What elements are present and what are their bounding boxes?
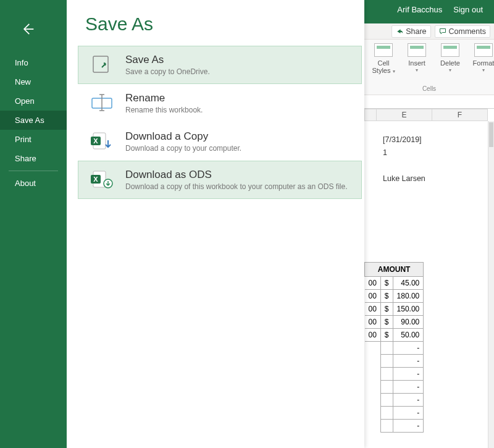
sidebar-item-save-as[interactable]: Save As — [0, 111, 67, 130]
col-header-f[interactable]: F — [432, 109, 488, 121]
table-row[interactable]: - — [365, 420, 424, 433]
insert-label: Insert — [408, 59, 425, 67]
table-row[interactable]: - — [365, 342, 424, 355]
dash-value: - — [393, 420, 424, 433]
table-row[interactable]: 00$45.00 — [365, 277, 424, 290]
amount-value: 150.00 — [393, 303, 424, 316]
format-icon — [474, 43, 493, 57]
amount-value: 45.00 — [393, 277, 424, 290]
backstage-nav: InfoNewOpenSave AsPrintShareAbout — [0, 53, 67, 193]
delete-icon — [441, 43, 459, 57]
comments-button[interactable]: Comments — [435, 25, 490, 38]
saveas-icon — [90, 54, 114, 75]
ribbon-cells-group: Cell Styles ▾ Insert ▾ Delete ▾ Format ▾ — [364, 40, 494, 95]
sidebar-divider — [9, 171, 58, 171]
table-row[interactable]: - — [365, 355, 424, 368]
row-hint: 00 — [365, 290, 381, 303]
sidebar-item-print[interactable]: Print — [0, 130, 67, 149]
option-desc: Download a copy to your computer. — [125, 144, 241, 153]
option-title: Download a Copy — [125, 130, 241, 143]
delete-button[interactable]: Delete ▾ — [437, 43, 463, 75]
row-hint: 00 — [365, 329, 381, 342]
scrollbar-thumb[interactable] — [489, 122, 493, 147]
table-row[interactable]: - — [365, 394, 424, 407]
cell-one[interactable]: 1 — [364, 147, 488, 160]
dash-value: - — [393, 368, 424, 381]
cell-styles-icon — [374, 43, 393, 57]
cell-date[interactable]: [7/31/2019] — [364, 134, 488, 147]
share-button[interactable]: Share — [391, 25, 430, 38]
row-hint: 00 — [365, 316, 381, 329]
option-download-as-ods[interactable]: XDownload as ODSDownload a copy of this … — [78, 161, 362, 199]
option-title: Save As — [125, 54, 210, 66]
comments-label: Comments — [449, 27, 486, 36]
titlebar-right: Arif Bacchus Sign out — [397, 0, 494, 19]
cell-name[interactable]: Luke Larsen — [364, 173, 488, 186]
currency-symbol: $ — [380, 329, 393, 342]
option-rename[interactable]: RenameRename this workbook. — [78, 84, 362, 122]
option-title: Rename — [125, 92, 203, 104]
format-button[interactable]: Format ▾ — [471, 43, 494, 75]
rename-icon — [90, 92, 114, 113]
option-save-as[interactable]: Save AsSave a copy to OneDrive. — [78, 46, 362, 84]
dash-value: - — [393, 342, 424, 355]
currency-symbol: $ — [380, 290, 393, 303]
table-row[interactable]: 00$90.00 — [365, 316, 424, 329]
excel-ods-icon: X — [90, 169, 114, 190]
comments-icon — [439, 28, 446, 35]
formula-bar[interactable] — [364, 95, 494, 109]
svg-text:X: X — [93, 137, 98, 145]
table-row[interactable]: - — [365, 368, 424, 381]
chevron-down-icon: ▾ — [416, 67, 418, 73]
empty-cell — [380, 394, 393, 407]
svg-text:X: X — [93, 175, 98, 183]
vertical-scrollbar[interactable] — [488, 121, 494, 448]
sidebar-item-share[interactable]: Share — [0, 149, 67, 168]
empty-cell — [380, 368, 393, 381]
sidebar-item-new[interactable]: New — [0, 72, 67, 91]
excel-down-icon: X — [90, 130, 114, 151]
sidebar-item-about[interactable]: About — [0, 174, 67, 193]
empty-cell — [380, 355, 393, 368]
col-header-gutter[interactable] — [364, 109, 377, 121]
column-headers: E F — [364, 109, 488, 121]
sign-out-link[interactable]: Sign out — [453, 5, 483, 14]
row-hint: 00 — [365, 303, 381, 316]
backstage-sidebar: InfoNewOpenSave AsPrintShareAbout — [0, 0, 67, 448]
table-row[interactable]: - — [365, 407, 424, 420]
option-download-a-copy[interactable]: XDownload a CopyDownload a copy to your … — [78, 122, 362, 161]
backstage-main: Save As Save AsSave a copy to OneDrive.R… — [67, 0, 364, 448]
empty-cell — [380, 342, 393, 355]
empty-cell — [380, 420, 393, 433]
amount-value: 180.00 — [393, 290, 424, 303]
format-label: Format — [473, 59, 494, 67]
option-title: Download as ODS — [125, 169, 348, 181]
amount-header: AMOUNT — [365, 263, 424, 277]
dash-value: - — [393, 381, 424, 394]
sidebar-item-info[interactable]: Info — [0, 53, 67, 72]
table-row[interactable]: 00$150.00 — [365, 303, 424, 316]
insert-icon — [408, 43, 426, 57]
insert-button[interactable]: Insert ▾ — [404, 43, 430, 75]
cell-styles-label: Cell Styles — [372, 59, 390, 74]
sidebar-item-open[interactable]: Open — [0, 91, 67, 111]
share-icon — [396, 28, 403, 35]
col-header-e[interactable]: E — [377, 109, 432, 121]
currency-symbol: $ — [380, 303, 393, 316]
table-row[interactable]: 00$50.00 — [365, 329, 424, 342]
option-desc: Rename this workbook. — [125, 106, 203, 114]
backstage-panel: InfoNewOpenSave AsPrintShareAbout Save A… — [0, 0, 364, 448]
share-label: Share — [406, 27, 426, 36]
dash-value: - — [393, 407, 424, 420]
table-row[interactable]: - — [365, 381, 424, 394]
cell-styles-button[interactable]: Cell Styles ▾ — [371, 43, 396, 75]
table-row[interactable]: 00$180.00 — [365, 290, 424, 303]
chevron-down-icon: ▾ — [393, 69, 395, 74]
back-button[interactable] — [17, 19, 38, 40]
page-title: Save As — [78, 14, 364, 35]
back-arrow-icon — [19, 20, 36, 38]
amount-value: 50.00 — [393, 329, 424, 342]
user-name-label[interactable]: Arif Bacchus — [397, 5, 442, 14]
currency-symbol: $ — [380, 316, 393, 329]
currency-symbol: $ — [380, 277, 393, 290]
